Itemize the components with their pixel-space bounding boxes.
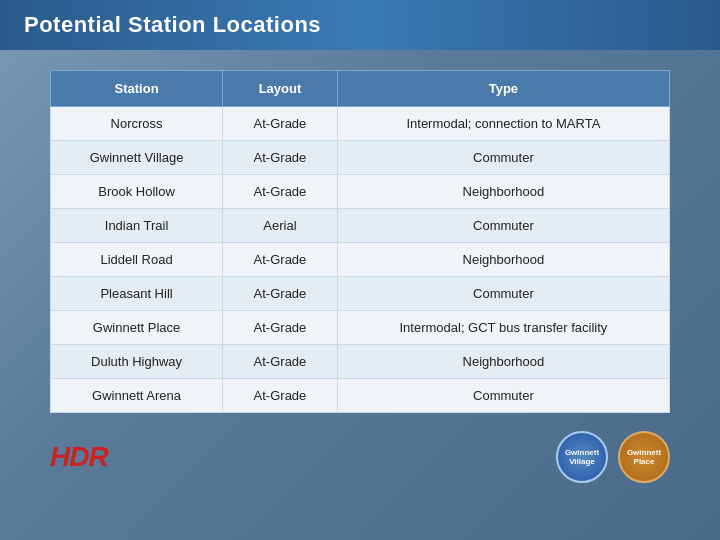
main-content: Station Layout Type NorcrossAt-GradeInte… [0,50,720,423]
cell-type: Commuter [337,379,669,413]
gwinnett-village-logo-text: GwinnettVillage [565,448,599,466]
table-row: Gwinnett ArenaAt-GradeCommuter [51,379,670,413]
cell-layout: At-Grade [223,311,338,345]
cell-type: Neighborhood [337,243,669,277]
footer: HDR GwinnettVillage GwinnettPlace [0,423,720,483]
col-station: Station [51,71,223,107]
cell-station: Gwinnett Place [51,311,223,345]
table-row: Duluth HighwayAt-GradeNeighborhood [51,345,670,379]
cell-station: Brook Hollow [51,175,223,209]
hdr-logo: HDR [50,441,108,473]
gwinnett-village-logo: GwinnettVillage [556,431,608,483]
cell-type: Neighborhood [337,345,669,379]
cell-layout: At-Grade [223,379,338,413]
cell-station: Norcross [51,107,223,141]
table-row: NorcrossAt-GradeIntermodal; connection t… [51,107,670,141]
cell-station: Indian Trail [51,209,223,243]
page-title: Potential Station Locations [24,12,321,37]
cell-layout: Aerial [223,209,338,243]
cell-layout: At-Grade [223,277,338,311]
cell-type: Neighborhood [337,175,669,209]
gwinnett-place-logo-text: GwinnettPlace [627,448,661,466]
table-row: Indian TrailAerialCommuter [51,209,670,243]
cell-layout: At-Grade [223,141,338,175]
cell-type: Commuter [337,209,669,243]
col-type: Type [337,71,669,107]
cell-layout: At-Grade [223,243,338,277]
page-header: Potential Station Locations [0,0,720,50]
cell-layout: At-Grade [223,345,338,379]
table-row: Gwinnett PlaceAt-GradeIntermodal; GCT bu… [51,311,670,345]
cell-layout: At-Grade [223,175,338,209]
cell-station: Pleasant Hill [51,277,223,311]
table-row: Brook HollowAt-GradeNeighborhood [51,175,670,209]
footer-logos: GwinnettVillage GwinnettPlace [556,431,670,483]
table-header-row: Station Layout Type [51,71,670,107]
cell-station: Liddell Road [51,243,223,277]
table-row: Pleasant HillAt-GradeCommuter [51,277,670,311]
gwinnett-place-logo: GwinnettPlace [618,431,670,483]
cell-type: Commuter [337,141,669,175]
cell-station: Gwinnett Village [51,141,223,175]
col-layout: Layout [223,71,338,107]
stations-table: Station Layout Type NorcrossAt-GradeInte… [50,70,670,413]
table-row: Liddell RoadAt-GradeNeighborhood [51,243,670,277]
cell-type: Intermodal; GCT bus transfer facility [337,311,669,345]
cell-layout: At-Grade [223,107,338,141]
table-row: Gwinnett VillageAt-GradeCommuter [51,141,670,175]
cell-type: Commuter [337,277,669,311]
cell-station: Gwinnett Arena [51,379,223,413]
cell-type: Intermodal; connection to MARTA [337,107,669,141]
cell-station: Duluth Highway [51,345,223,379]
